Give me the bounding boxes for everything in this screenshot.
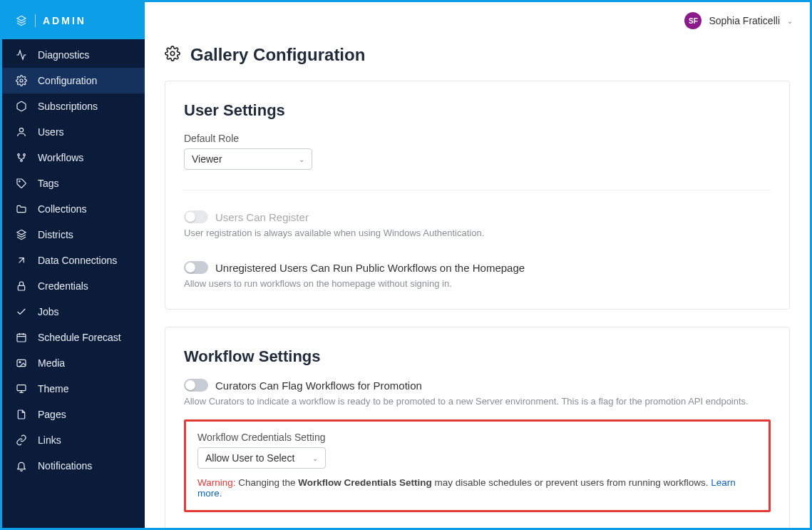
sidebar-item-notifications[interactable]: Notifications [2,453,145,479]
workflow-settings-heading: Workflow Settings [184,347,771,366]
svg-point-3 [24,154,26,156]
link-icon [15,434,28,447]
sidebar-item-label: Credentials [38,280,88,292]
svg-point-5 [19,181,20,182]
flow-icon [15,151,28,164]
credentials-highlight-box: Workflow Credentials Setting Allow User … [184,419,771,512]
sidebar-item-districts[interactable]: Districts [2,222,145,248]
workflow-settings-card: Workflow Settings Curators Can Flag Work… [165,327,790,528]
svg-rect-10 [17,385,26,391]
sidebar-item-label: Notifications [38,460,92,472]
sidebar-item-data-connections[interactable]: Data Connections [2,248,145,273]
sidebar-item-jobs[interactable]: Jobs [2,299,145,325]
unregistered-users-label: Unregistered Users Can Run Public Workfl… [215,262,525,274]
sidebar-item-label: Workflows [38,152,83,163]
tag-icon [15,177,28,190]
sidebar-item-theme[interactable]: Theme [2,376,145,402]
svg-point-4 [21,160,23,162]
sidebar-item-label: Subscriptions [38,101,98,112]
sidebar-item-subscriptions[interactable]: Subscriptions [2,93,145,119]
users-can-register-help: User registration is always available wh… [184,228,771,238]
sidebar-header: ADMIN [2,2,145,39]
chevron-down-icon: ⌄ [312,454,318,462]
user-settings-card: User Settings Default Role Viewer ⌄ User… [165,81,790,310]
warning-prefix: Warning: [197,477,236,488]
sidebar-item-label: Media [38,357,65,369]
user-icon [15,126,28,138]
sidebar-item-collections[interactable]: Collections [2,196,145,222]
workflow-credentials-select[interactable]: Allow User to Select ⌄ [197,447,326,469]
page-title: Gallery Configuration [190,45,365,65]
sidebar-nav: DiagnosticsConfigurationSubscriptionsUse… [2,39,145,528]
layers-icon [15,14,28,27]
chevron-down-icon[interactable]: ⌄ [787,17,793,25]
activity-icon [15,49,28,61]
user-settings-heading: User Settings [184,101,771,120]
credentials-warning: Warning: Changing the Workflow Credentia… [197,477,757,499]
svg-point-2 [18,154,20,156]
workflow-credentials-value: Allow User to Select [205,452,294,464]
default-role-select[interactable]: Viewer ⌄ [184,148,312,170]
sidebar-item-label: Data Connections [38,255,117,266]
unregistered-users-help: Allow users to run workflows on the home… [184,278,771,289]
sidebar-item-label: Links [38,434,61,446]
sidebar-item-workflows[interactable]: Workflows [2,145,145,170]
default-role-label: Default Role [184,133,771,144]
curators-flag-label: Curators Can Flag Workflows for Promotio… [215,379,422,392]
users-can-register-toggle [184,210,208,223]
gear-icon [165,46,180,64]
unregistered-users-toggle[interactable] [184,261,208,274]
sidebar-item-label: Collections [38,203,86,215]
brand-text: ADMIN [43,15,86,26]
calendar-icon [15,331,28,344]
warning-bold: Workflow Credentials Setting [298,477,431,488]
svg-rect-6 [18,285,24,290]
sidebar-item-label: Theme [38,383,69,394]
sidebar-item-label: Districts [38,229,73,240]
warning-text-2: may disable schedules or prevent users f… [432,477,711,488]
user-name[interactable]: Sophia Fraticelli [709,15,780,26]
sidebar-item-links[interactable]: Links [2,427,145,453]
sidebar-item-label: Tags [38,178,59,189]
svg-point-0 [20,79,23,82]
bell-icon [15,459,28,472]
default-role-value: Viewer [192,153,222,165]
sidebar-item-schedule-forecast[interactable]: Schedule Forecast [2,325,145,350]
sidebar: ADMIN DiagnosticsConfigurationSubscripti… [2,2,145,528]
curators-flag-toggle[interactable] [184,379,208,392]
layers-icon [15,228,28,241]
users-can-register-label: Users Can Register [215,211,309,223]
folder-icon [15,203,28,215]
sidebar-item-label: Diagnostics [38,49,89,61]
sidebar-item-label: Users [38,126,64,138]
main: SF Sophia Fraticelli ⌄ Gallery Configura… [145,2,810,528]
gear-icon [15,74,28,87]
avatar[interactable]: SF [684,12,701,29]
svg-point-1 [19,128,23,132]
divider [184,190,771,190]
box-icon [15,100,28,113]
sidebar-item-tags[interactable]: Tags [2,170,145,196]
check-icon [15,305,28,318]
curators-flag-help: Allow Curators to indicate a workflow is… [184,396,771,407]
sidebar-item-media[interactable]: Media [2,350,145,376]
sidebar-item-pages[interactable]: Pages [2,402,145,427]
svg-point-11 [170,51,175,56]
svg-point-9 [19,362,21,363]
page-title-row: Gallery Configuration [165,45,790,65]
arrow-up-right-icon [15,254,28,267]
lock-icon [15,280,28,292]
file-icon [15,408,28,421]
sidebar-item-credentials[interactable]: Credentials [2,273,145,299]
sidebar-item-users[interactable]: Users [2,119,145,145]
svg-rect-7 [17,334,26,342]
warning-text-1: Changing the [236,477,299,488]
sidebar-item-label: Pages [38,409,66,420]
workflow-credentials-label: Workflow Credentials Setting [197,432,757,443]
sidebar-item-diagnostics[interactable]: Diagnostics [2,42,145,68]
chevron-down-icon: ⌄ [299,156,304,163]
sidebar-item-configuration[interactable]: Configuration [2,68,145,93]
sidebar-item-label: Schedule Forecast [38,332,121,343]
sidebar-item-label: Configuration [38,75,97,86]
sidebar-item-label: Jobs [38,306,59,317]
